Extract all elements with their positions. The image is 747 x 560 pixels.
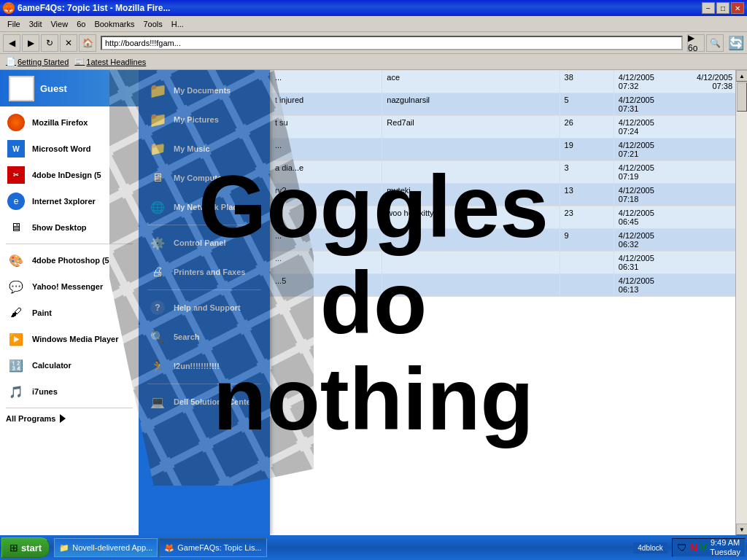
place-control-panel[interactable]: ⚙️ Control Panel [139, 228, 270, 257]
all-programs-button[interactable]: All Programs [0, 411, 139, 426]
program-item-calculator[interactable]: 🔢 Calculator [0, 352, 139, 378]
menu-file[interactable]: File [3, 18, 25, 30]
place-my-network[interactable]: 🌐 My Network Places [139, 192, 270, 222]
home-button[interactable]: 🏠 [79, 34, 96, 52]
program-item-itunes[interactable]: 🎵 i7unes [0, 378, 139, 405]
tray-icon-shield: 🛡 [677, 542, 687, 553]
place-label-computer: My Computer [174, 174, 225, 182]
bookmark-icon: 📄 [6, 57, 16, 66]
place-my-music[interactable]: 📁 My Music [139, 134, 270, 163]
replies-cell [560, 252, 614, 274]
replies-cell: 5 [560, 93, 614, 116]
bookmark-getting-started[interactable]: 📄 6etting 5tarted [6, 57, 69, 66]
menu-bar: File 3dit View 6o Bookmarks 7ools H... [0, 16, 747, 32]
start-button[interactable]: ⊞ start [1, 537, 50, 558]
topic-cell: t injured [271, 93, 382, 116]
taskbar-item-gamefaqs[interactable]: 🦊 GameFAQs: Topic Lis... [159, 538, 266, 557]
place-my-documents[interactable]: 📁 My Documents [139, 76, 270, 105]
scrollbar[interactable]: ▲ ▼ [735, 70, 747, 535]
my-pictures-icon: 📁 [147, 109, 168, 130]
user-cell [382, 139, 560, 161]
places-panel: 📁 My Documents 📁 My Pictures 📁 My Music … [139, 70, 270, 535]
table-row: ...5 4/12/200506:13 [271, 274, 747, 297]
program-item-yahoo[interactable]: 💬 Yahoo! Messenger [0, 273, 139, 300]
stop-button[interactable]: ✕ [60, 34, 77, 52]
place-help[interactable]: ? Help and Support [139, 293, 270, 322]
program-item-word[interactable]: W Microsoft Word [0, 136, 139, 162]
close-button[interactable]: ✕ [731, 2, 744, 14]
minimize-button[interactable]: − [702, 2, 715, 14]
gamefaqs-icon: 🦊 [164, 543, 174, 553]
menu-help[interactable]: H... [167, 18, 188, 30]
table-row: ... 4/12/200506:31 [271, 252, 747, 274]
firefox-prog-icon [6, 112, 26, 133]
user-cell: woo hoo kittys [382, 206, 560, 229]
scroll-thumb[interactable] [737, 82, 747, 112]
yahoo-prog-icon: 💬 [6, 276, 26, 297]
refresh-button[interactable]: ↻ [41, 34, 58, 52]
place-my-computer[interactable]: 🖥 My Computer [139, 163, 270, 192]
place-label-control: Control Panel [174, 238, 226, 247]
date-cell: 4/12/200507:31 [614, 93, 746, 116]
replies-cell: 9 [560, 229, 614, 252]
desktop-prog-icon: 🖥 [6, 217, 26, 238]
user-cell: nazgulnarsil [382, 93, 560, 116]
firefox-icon: 🦊 [3, 2, 15, 14]
paint-prog-icon: 🖌 [6, 303, 26, 323]
taskbar: ⊞ start 📁 Novell-delivered App... 🦊 Game… [0, 535, 747, 560]
menu-go[interactable]: 6o [72, 18, 90, 30]
program-item-showdesktop[interactable]: 🖥 5how Desktop [0, 214, 139, 241]
table-row: ... ace 38 4/12/200507:32 [271, 71, 747, 93]
program-item-ie[interactable]: e Internet 3xplorer [0, 188, 139, 214]
user-cell: Red7ail [382, 116, 560, 139]
taskbar-item-novell[interactable]: 📁 Novell-delivered App... [54, 538, 158, 557]
program-item-wmp[interactable]: ▶️ Windows Media Player [0, 326, 139, 352]
table-row: ... 19 4/12/200507:21 [271, 139, 747, 161]
topic-cell: ... [271, 206, 382, 229]
menu-tools[interactable]: 7ools [139, 18, 166, 30]
program-item-indesign[interactable]: ✂ 4dobe InDesign (5 [0, 162, 139, 188]
user-cell [382, 161, 560, 184]
address-input[interactable] [101, 36, 683, 50]
go-button[interactable]: ▶ 6o [687, 34, 705, 52]
place-search[interactable]: 🔍 5earch [139, 322, 270, 351]
place-run[interactable]: 🏃 l2un!!!!!!!!!!! [139, 351, 270, 381]
place-my-pictures[interactable]: 📁 My Pictures [139, 105, 270, 134]
user-cell [382, 252, 560, 274]
forum-content[interactable]: ... ace 38 4/12/200507:32 t injured nazg… [270, 70, 747, 535]
maximize-button[interactable]: □ [716, 2, 729, 14]
forward-button[interactable]: ▶ [22, 34, 39, 52]
photoshop-prog-icon: 🎨 [6, 250, 26, 271]
bookmark-latest-headlines[interactable]: 📰 1atest Headlines [74, 57, 146, 66]
date-cell: 4/12/200507:24 [614, 116, 746, 139]
start-label: start [21, 542, 42, 553]
scroll-up-button[interactable]: ▲ [736, 70, 747, 82]
indesign-prog-icon: ✂ [6, 165, 26, 185]
control-panel-icon: ⚙️ [147, 233, 168, 253]
place-printers[interactable]: 🖨 Printers and Faxes [139, 257, 270, 287]
corner-label: 4dblock [633, 542, 667, 553]
menu-bookmarks[interactable]: Bookmarks [90, 18, 139, 30]
search-toolbar-icon[interactable]: 🔍 [706, 34, 724, 52]
menu-edit[interactable]: 3dit [25, 18, 47, 30]
topic-cell: ry? [271, 184, 382, 206]
prog-label-word: Microsoft Word [32, 144, 90, 153]
menu-view[interactable]: View [46, 18, 72, 30]
program-item-paint[interactable]: 🖌 Paint [0, 300, 139, 326]
place-dell[interactable]: 💻 Dell 5olutions Center [139, 387, 270, 416]
scroll-down-button[interactable]: ▼ [736, 524, 747, 535]
arrow-right-icon [60, 414, 66, 423]
prog-label-wmp: Windows Media Player [32, 335, 119, 343]
toolbar: ◀ ▶ ↻ ✕ 🏠 ▶ 6o 🔍 🔄 [0, 32, 747, 54]
replies-cell: 13 [560, 184, 614, 206]
search-icon: 🔍 [147, 327, 168, 347]
dell-icon: 💻 [147, 392, 168, 412]
refresh-icon: 🔄 [728, 35, 744, 51]
back-button[interactable]: ◀ [3, 34, 20, 52]
date-cell: 4/12/200506:45 [614, 206, 746, 229]
prog-label-calculator: Calculator [32, 361, 71, 370]
program-item-photoshop[interactable]: 🎨 4dobe Photoshop (5 [0, 247, 139, 273]
program-item-firefox[interactable]: Mozilla Firefox [0, 109, 139, 136]
table-row: ry? muteki 13 4/12/200507:18 [271, 184, 747, 206]
places-separator3 [147, 384, 261, 384]
